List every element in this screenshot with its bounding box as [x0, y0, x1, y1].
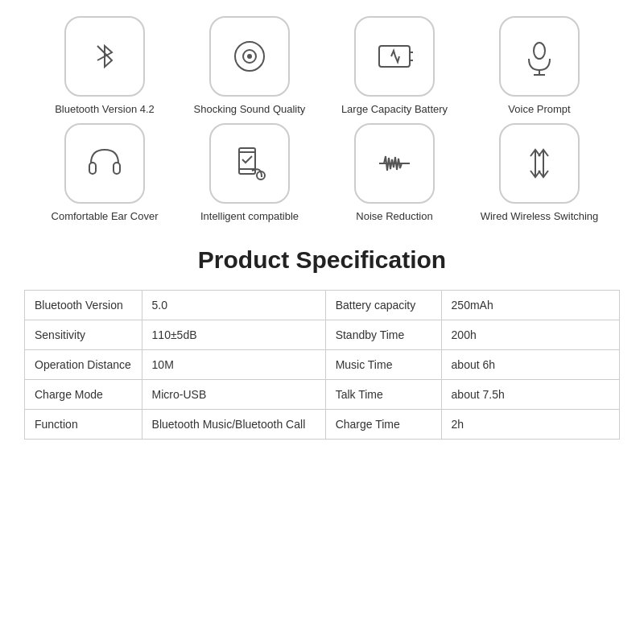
- earcover-icon: [83, 142, 126, 185]
- sound-icon-box: [209, 16, 290, 97]
- feature-label-battery: Large Capacity Battery: [341, 103, 448, 115]
- svg-rect-10: [114, 163, 120, 174]
- section-title: Product Specification: [198, 246, 446, 274]
- voice-icon: [518, 35, 561, 78]
- spec-label-col1-2: Operation Distance: [25, 350, 142, 380]
- compatible-icon: [228, 142, 271, 185]
- spec-value-col2-3: about 7.5h: [441, 380, 619, 410]
- spec-table: Bluetooth Version5.0Battery capacity250m…: [24, 290, 620, 440]
- feature-label-wired: Wired Wireless Switching: [481, 210, 599, 222]
- voice-icon-box: [499, 16, 580, 97]
- spec-value-col1-2: 10M: [142, 350, 325, 380]
- noise-icon: [373, 142, 416, 185]
- spec-row-2: Operation Distance10MMusic Timeabout 6h: [25, 350, 620, 380]
- spec-value-col2-4: 2h: [441, 410, 619, 440]
- feature-sound: Shocking Sound Quality: [185, 16, 314, 115]
- feature-noise: Noise Reduction: [330, 123, 459, 222]
- spec-row-4: FunctionBluetooth Music/Bluetooth CallCh…: [25, 410, 620, 440]
- spec-value-col1-0: 5.0: [142, 291, 325, 320]
- spec-value-col2-2: about 6h: [441, 350, 619, 380]
- spec-label-col1-4: Function: [25, 410, 142, 440]
- spec-label-col1-1: Sensitivity: [25, 320, 142, 350]
- bluetooth-icon: [83, 35, 126, 78]
- feature-battery: Large Capacity Battery: [330, 16, 459, 115]
- feature-wired: Wired Wireless Switching: [475, 123, 604, 222]
- feature-label-voice: Voice Prompt: [508, 103, 570, 115]
- spec-value-col2-1: 200h: [441, 320, 619, 350]
- spec-row-0: Bluetooth Version5.0Battery capacity250m…: [25, 291, 620, 320]
- page: Bluetooth Version 4.2 Shocking Sound Qua…: [0, 0, 644, 644]
- earcover-icon-box: [64, 123, 145, 204]
- spec-value-col1-1: 110±5dB: [142, 320, 325, 350]
- features-row-2: Comfortable Ear Cover Intelligent compat…: [40, 123, 604, 222]
- feature-label-noise: Noise Reduction: [356, 210, 432, 222]
- feature-label-bluetooth: Bluetooth Version 4.2: [55, 103, 155, 115]
- wired-icon-box: [499, 123, 580, 204]
- feature-compatible: Intelligent compatible: [185, 123, 314, 222]
- spec-label-col2-3: Talk Time: [325, 380, 441, 410]
- wired-icon: [518, 142, 561, 185]
- spec-row-1: Sensitivity110±5dBStandby Time200h: [25, 320, 620, 350]
- svg-point-6: [534, 43, 545, 59]
- features-section: Bluetooth Version 4.2 Shocking Sound Qua…: [24, 16, 620, 222]
- feature-bluetooth: Bluetooth Version 4.2: [40, 16, 169, 115]
- spec-value-col1-3: Micro-USB: [142, 380, 325, 410]
- spec-value-col2-0: 250mAh: [441, 291, 619, 320]
- svg-point-2: [248, 55, 251, 58]
- feature-label-earcover: Comfortable Ear Cover: [52, 210, 159, 222]
- spec-label-col2-4: Charge Time: [325, 410, 441, 440]
- noise-icon-box: [354, 123, 435, 204]
- feature-earcover: Comfortable Ear Cover: [40, 123, 169, 222]
- spec-label-col1-0: Bluetooth Version: [25, 291, 142, 320]
- spec-label-col2-2: Music Time: [325, 350, 441, 380]
- spec-label-col1-3: Charge Mode: [25, 380, 142, 410]
- spec-value-col1-4: Bluetooth Music/Bluetooth Call: [142, 410, 325, 440]
- features-row-1: Bluetooth Version 4.2 Shocking Sound Qua…: [40, 16, 604, 115]
- svg-rect-9: [89, 163, 96, 174]
- bluetooth-icon-box: [64, 16, 145, 97]
- battery-icon-box: [354, 16, 435, 97]
- feature-label-sound: Shocking Sound Quality: [194, 103, 306, 115]
- sound-icon: [228, 35, 271, 78]
- spec-row-3: Charge ModeMicro-USBTalk Timeabout 7.5h: [25, 380, 620, 410]
- battery-icon: [373, 35, 416, 78]
- spec-label-col2-0: Battery capacity: [325, 291, 441, 320]
- feature-voice: Voice Prompt: [475, 16, 604, 115]
- spec-label-col2-1: Standby Time: [325, 320, 441, 350]
- compatible-icon-box: [209, 123, 290, 204]
- feature-label-compatible: Intelligent compatible: [200, 210, 299, 222]
